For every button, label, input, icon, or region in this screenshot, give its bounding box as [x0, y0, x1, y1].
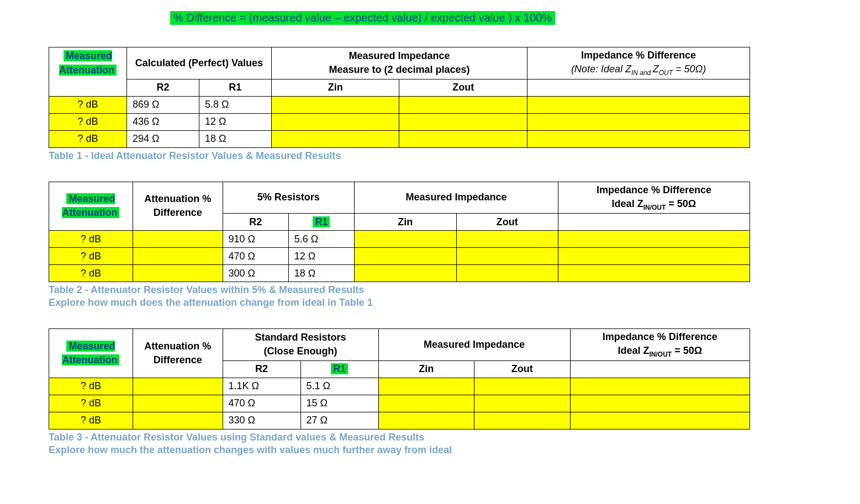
- cell-r1: 12 Ω: [288, 248, 354, 265]
- cell-r1: 27 Ω: [300, 412, 378, 429]
- cell-r1: 5.8 Ω: [199, 96, 271, 113]
- cell-zout[interactable]: [399, 130, 527, 147]
- cell-r2: 869 Ω: [126, 96, 199, 113]
- table-row: ? dB 910 Ω 5.6 Ω: [49, 231, 750, 248]
- cell-r2: 1.1K Ω: [223, 378, 300, 395]
- cell-attenuation[interactable]: ? dB: [49, 130, 127, 147]
- cell-zin[interactable]: [378, 412, 474, 429]
- cell-zin[interactable]: [355, 265, 456, 282]
- col-header-att-diff: Attenuation % Difference: [133, 182, 223, 231]
- table-2: Measured Attenuation Attenuation % Diffe…: [49, 182, 750, 283]
- col-header-zout: Zout: [399, 79, 527, 96]
- table-1-caption: Table 1 - Ideal Attenuator Resistor Valu…: [49, 150, 842, 162]
- col-header-r2: R2: [223, 214, 288, 231]
- table-header-row: Measured Attenuation Attenuation % Diffe…: [49, 182, 750, 214]
- cell-imp-diff[interactable]: [570, 412, 750, 429]
- cell-r1: 5.1 Ω: [300, 378, 378, 395]
- table-header-row: Measured Attenuation Calculated (Perfect…: [49, 47, 750, 79]
- cell-zin[interactable]: [271, 96, 399, 113]
- cell-att-diff[interactable]: [133, 231, 223, 248]
- cell-r1: 12 Ω: [199, 113, 271, 130]
- cell-r2: 330 Ω: [223, 412, 300, 429]
- cell-att-diff[interactable]: [133, 378, 223, 395]
- col-header-att-diff: Attenuation % Difference: [133, 329, 223, 378]
- cell-r2: 470 Ω: [223, 395, 300, 412]
- col-header-r2: R2: [223, 360, 300, 378]
- cell-att-diff[interactable]: [133, 395, 223, 412]
- cell-zin[interactable]: [355, 231, 456, 248]
- cell-att-diff[interactable]: [133, 412, 223, 429]
- col-header-standard-resistors: Standard Resistors (Close Enough): [223, 329, 378, 361]
- cell-attenuation[interactable]: ? dB: [49, 96, 127, 113]
- table-3-caption-2: Explore how much the attenuation changes…: [49, 444, 842, 456]
- cell-attenuation[interactable]: ? dB: [49, 412, 133, 429]
- table-row: ? dB 294 Ω 18 Ω: [49, 130, 750, 147]
- table-row: ? dB 1.1K Ω 5.1 Ω: [49, 378, 750, 395]
- table-subheader-row: R2 R1 Zin Zout: [49, 79, 750, 96]
- col-header-zin: Zin: [378, 360, 474, 378]
- table-row: ? dB 436 Ω 12 Ω: [49, 113, 750, 130]
- cell-r2: 910 Ω: [223, 231, 288, 248]
- col-header-zin: Zin: [271, 79, 399, 96]
- cell-zout[interactable]: [474, 378, 571, 395]
- cell-imp-diff[interactable]: [570, 395, 750, 412]
- cell-zout[interactable]: [474, 412, 571, 429]
- cell-imp-diff[interactable]: [558, 231, 750, 248]
- cell-zout[interactable]: [456, 231, 558, 248]
- cell-zout[interactable]: [399, 113, 527, 130]
- cell-attenuation[interactable]: ? dB: [49, 378, 133, 395]
- cell-zout[interactable]: [399, 96, 527, 113]
- table-header-row: Measured Attenuation Attenuation % Diffe…: [49, 329, 750, 361]
- cell-attenuation[interactable]: ? dB: [49, 113, 127, 130]
- table-row: ? dB 330 Ω 27 Ω: [49, 412, 750, 429]
- table-row: ? dB 869 Ω 5.8 Ω: [49, 96, 750, 113]
- cell-attenuation[interactable]: ? dB: [49, 231, 133, 248]
- cell-r1: 18 Ω: [288, 265, 354, 282]
- table-row: ? dB 470 Ω 15 Ω: [49, 395, 750, 412]
- col-header-measured-attenuation: Measured Attenuation: [49, 182, 133, 231]
- col-header-zin: Zin: [355, 214, 456, 231]
- cell-zin[interactable]: [378, 395, 474, 412]
- cell-imp-diff[interactable]: [527, 96, 750, 113]
- col-header-impedance-diff: Impedance % Difference Ideal ZIN/OUT = 5…: [570, 329, 750, 361]
- col-header-impedance-diff: Impedance % Difference Ideal ZIN/OUT = 5…: [558, 182, 750, 214]
- col-header-r1: R1: [288, 214, 354, 231]
- table-2-caption-2: Explore how much does the attenuation ch…: [49, 297, 842, 309]
- col-header-measured-attenuation: Measured Attenuation: [49, 329, 133, 378]
- col-header-calc-values: Calculated (Perfect) Values: [126, 47, 271, 79]
- cell-att-diff[interactable]: [133, 248, 223, 265]
- cell-zout[interactable]: [456, 248, 558, 265]
- cell-imp-diff[interactable]: [570, 378, 750, 395]
- col-header-r1: R1: [199, 79, 271, 96]
- cell-zin[interactable]: [355, 248, 456, 265]
- cell-r2: 300 Ω: [223, 265, 288, 282]
- cell-imp-diff[interactable]: [527, 113, 750, 130]
- col-header-r1: R1: [300, 360, 378, 378]
- col-header-measured-impedance: Measured Impedance Measure to (2 decimal…: [271, 47, 527, 79]
- col-header-zout: Zout: [456, 214, 558, 231]
- col-header-measured-attenuation: Measured Attenuation: [49, 47, 127, 79]
- cell-r1: 15 Ω: [300, 395, 378, 412]
- formula-row: % Difference = (measured value – expecte…: [27, 11, 842, 25]
- col-header-zout: Zout: [474, 360, 571, 378]
- cell-zin[interactable]: [271, 113, 399, 130]
- cell-zout[interactable]: [474, 395, 571, 412]
- table-3: Measured Attenuation Attenuation % Diffe…: [49, 328, 750, 429]
- cell-r1: 5.6 Ω: [288, 231, 354, 248]
- cell-attenuation[interactable]: ? dB: [49, 248, 133, 265]
- cell-zin[interactable]: [271, 130, 399, 147]
- cell-imp-diff[interactable]: [558, 248, 750, 265]
- cell-r2: 436 Ω: [126, 113, 199, 130]
- cell-imp-diff[interactable]: [527, 130, 750, 147]
- cell-zin[interactable]: [378, 378, 474, 395]
- table-2-caption: Table 2 - Attenuator Resistor Values wit…: [49, 284, 842, 296]
- cell-zout[interactable]: [456, 265, 558, 282]
- percent-difference-formula: % Difference = (measured value – expecte…: [170, 11, 555, 25]
- cell-r2: 294 Ω: [126, 130, 199, 147]
- table-1: Measured Attenuation Calculated (Perfect…: [49, 47, 750, 148]
- cell-attenuation[interactable]: ? dB: [49, 395, 133, 412]
- cell-imp-diff[interactable]: [558, 265, 750, 282]
- cell-att-diff[interactable]: [133, 265, 223, 282]
- cell-attenuation[interactable]: ? dB: [49, 265, 133, 282]
- col-header-r2: R2: [126, 79, 199, 96]
